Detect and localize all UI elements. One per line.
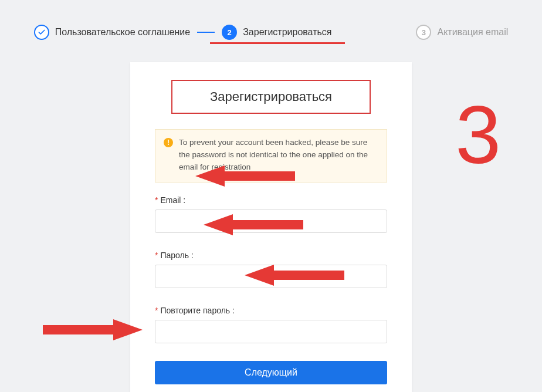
email-input[interactable] [155,209,387,233]
next-button[interactable]: Следующий [155,361,387,384]
required-star: * [155,251,158,260]
password-label-text: Пароль : [160,251,193,260]
arrow-annotation-icon [40,317,145,343]
step-1-label: Пользовательское соглашение [55,27,190,38]
email-label: * Email : [155,195,387,205]
annotation-step-number: 3 [455,94,501,176]
step-2-number: 2 [222,25,237,40]
form-title-box: Зарегистрироваться [171,80,371,114]
confirm-password-label: * Повторите пароль : [155,306,387,315]
notice-text: To prevent your account been hacked, ple… [179,137,378,174]
stepper: Пользовательское соглашение 2 Зарегистри… [0,0,542,54]
check-icon [34,25,49,40]
step-3-label: Активация email [437,27,508,38]
required-star: * [155,195,158,205]
confirm-password-group: * Повторите пароль : [155,306,387,343]
password-label: * Пароль : [155,251,387,260]
security-notice: ! To prevent your account been hacked, p… [155,129,387,183]
password-input[interactable] [155,265,387,288]
required-star: * [155,306,158,315]
confirm-password-input[interactable] [155,320,387,343]
password-group: * Пароль : [155,251,387,288]
step-connector [197,32,215,33]
step-2-label: Зарегистрироваться [243,27,331,38]
step-3-number: 3 [416,25,431,40]
confirm-password-label-text: Повторите пароль : [160,306,234,315]
warning-icon: ! [164,138,173,147]
email-label-text: Email : [160,195,185,205]
step-2: 2 Зарегистрироваться [222,25,331,40]
form-title: Зарегистрироваться [172,89,370,104]
email-group: * Email : [155,195,387,233]
step-1: Пользовательское соглашение [34,25,190,40]
annotation-underline [210,42,345,44]
registration-card: Зарегистрироваться ! To prevent your acc… [130,62,412,392]
step-3: 3 Активация email [416,25,508,40]
